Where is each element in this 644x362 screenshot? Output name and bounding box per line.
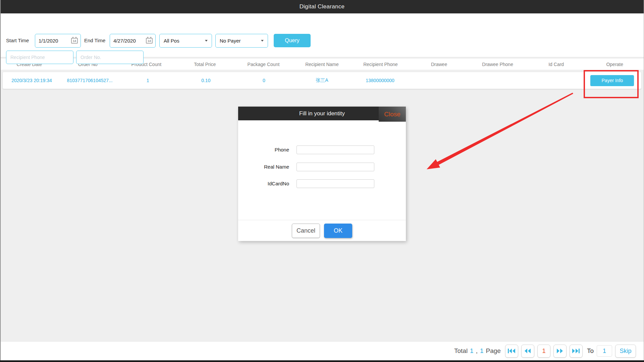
pos-select-value: All Pos	[164, 38, 179, 44]
payer-info-button[interactable]: Payer Info	[590, 75, 634, 86]
modal-title: Fill in your identity	[299, 110, 345, 117]
pagination-bar: Total 1 , 1 Page 1 To Skip	[0, 341, 644, 360]
column-header: Recipient Name	[293, 62, 352, 67]
separator: ,	[476, 347, 478, 355]
column-header: Package Count	[234, 62, 293, 67]
next-page-icon	[556, 348, 564, 354]
window-border-bottom	[0, 360, 644, 362]
goto-page-input[interactable]	[597, 345, 612, 357]
phone-field-row: Phone	[238, 145, 406, 154]
last-page-button[interactable]	[570, 345, 583, 358]
prev-page-button[interactable]	[521, 345, 534, 358]
first-page-button[interactable]	[505, 345, 518, 358]
page-label: Page	[486, 347, 501, 355]
real-name-label: Real Name	[238, 164, 289, 170]
ok-button[interactable]: OK	[324, 224, 352, 238]
next-page-button[interactable]	[553, 345, 567, 358]
cell-order-no: 8103771706104527...	[61, 78, 119, 83]
cell-product-count: 1	[119, 78, 177, 83]
start-time-label: Start Time	[6, 34, 29, 47]
phone-field[interactable]	[297, 145, 374, 154]
chevron-down-icon	[261, 40, 264, 42]
identity-modal: Fill in your identity Close Phone Real N…	[238, 107, 406, 241]
window-border-left	[0, 0, 1, 362]
page-title: Digital Clearance	[300, 3, 345, 10]
to-label: To	[587, 347, 594, 355]
table-row: 2020/3/23 20:19:34 8103771706104527... 1…	[3, 72, 641, 89]
modal-close-button[interactable]: Close	[379, 107, 406, 122]
column-header: Recipient Phone	[351, 62, 410, 67]
calendar-icon[interactable]: 14	[146, 38, 153, 44]
column-header: Drawee	[410, 62, 469, 67]
id-card-no-label: IdCardNo	[238, 181, 289, 186]
end-time-label: End Time	[84, 34, 105, 47]
chevron-down-icon	[205, 40, 208, 42]
start-time-picker[interactable]: 14	[35, 34, 81, 48]
order-no-input[interactable]	[76, 51, 144, 64]
modal-footer: Cancel OK	[238, 220, 406, 241]
cell-operate: Payer Info	[583, 75, 641, 86]
cell-package-count: 0	[235, 78, 293, 83]
payer-select[interactable]: No Payer	[215, 34, 268, 48]
pos-select[interactable]: All Pos	[159, 34, 212, 48]
first-page-icon	[507, 348, 516, 354]
phone-label: Phone	[238, 147, 289, 153]
pagination-summary: Total 1 , 1 Page	[454, 347, 501, 355]
query-button[interactable]: Query	[274, 34, 311, 47]
calendar-icon[interactable]: 14	[71, 38, 78, 44]
cell-create-date: 2020/3/23 20:19:34	[3, 78, 61, 83]
recipient-phone-input[interactable]	[6, 51, 73, 64]
column-header: Total Price	[176, 62, 234, 67]
column-header: Id Card	[527, 62, 586, 67]
cell-recipient-phone: 13800000000	[351, 78, 409, 83]
skip-button[interactable]: Skip	[615, 345, 636, 358]
page-count: 1	[480, 347, 484, 355]
real-name-field[interactable]	[297, 163, 374, 171]
payer-select-value: No Payer	[220, 38, 241, 44]
last-page-icon	[572, 348, 580, 354]
end-time-input[interactable]	[113, 38, 143, 44]
total-label: Total	[454, 347, 468, 355]
cell-total-price: 0.10	[177, 78, 235, 83]
real-name-field-row: Real Name	[238, 162, 406, 171]
titlebar: Digital Clearance	[0, 0, 644, 13]
column-header: Operate	[585, 62, 644, 67]
current-page-button[interactable]: 1	[537, 345, 550, 358]
prev-page-icon	[524, 348, 531, 354]
cell-recipient-name: 张三A	[293, 77, 351, 83]
id-card-no-field[interactable]	[297, 179, 374, 188]
cancel-button[interactable]: Cancel	[292, 224, 320, 238]
start-time-input[interactable]	[39, 38, 68, 44]
total-count: 1	[470, 347, 474, 355]
filter-bar: Start Time 14 End Time 14 All Pos No Pay…	[0, 13, 644, 57]
id-card-no-field-row: IdCardNo	[238, 179, 406, 188]
column-header: Drawee Phone	[468, 62, 527, 67]
end-time-picker[interactable]: 14	[110, 34, 156, 48]
